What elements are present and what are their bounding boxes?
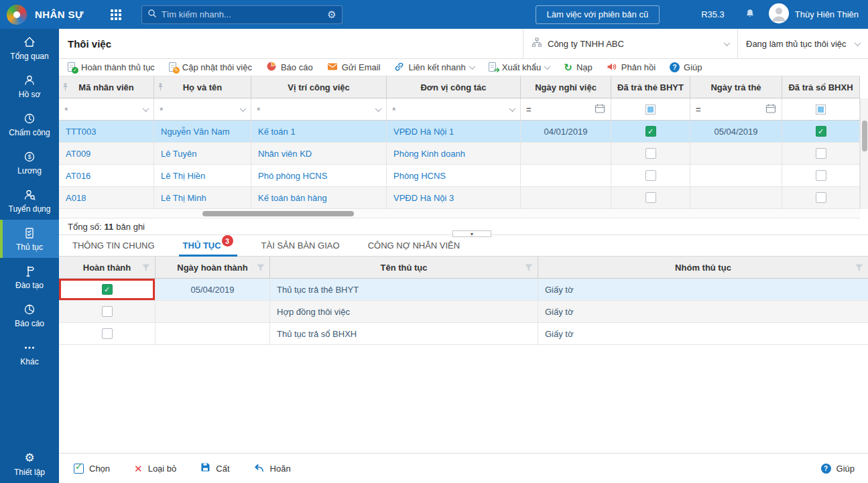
tab-tai-san-ban-giao[interactable]: TÀI SẢN BÀN GIAO: [257, 235, 344, 256]
company-selector[interactable]: Công ty TNHH ABC: [523, 29, 737, 58]
table-row[interactable]: AT009Lê TuyênNhân viên KDPhòng Kinh doan…: [59, 143, 860, 165]
row-checkbox[interactable]: [816, 170, 826, 181]
cell-card-return-date[interactable]: [690, 165, 782, 186]
sidebar-item-thu-tuc[interactable]: Thủ tục: [0, 220, 59, 258]
tab-cong-no-nhan-vien[interactable]: CÔNG NỢ NHÂN VIÊN: [364, 235, 464, 256]
cell-completion-date[interactable]: 05/04/2019: [156, 279, 270, 300]
pin-icon[interactable]: [157, 82, 164, 93]
cell-employee-name[interactable]: Lê Thị Minh: [154, 187, 251, 208]
row-checkbox[interactable]: [645, 192, 656, 203]
cell-bhxh-returned[interactable]: [782, 187, 860, 208]
column-header[interactable]: Đã trả thẻ BHYT: [611, 76, 690, 98]
sidebar-item-ho-so[interactable]: Hồ sơ: [0, 67, 59, 105]
calendar-icon[interactable]: [765, 103, 776, 115]
save-button[interactable]: Cất: [200, 462, 229, 474]
filter-cell[interactable]: *: [59, 98, 154, 120]
sidebar-item-bao-cao[interactable]: Báo cáo: [0, 296, 59, 334]
column-header[interactable]: Tên thủ tục: [270, 257, 538, 278]
tri-state-checkbox[interactable]: [816, 105, 826, 115]
cell-job-position[interactable]: Kế toán 1: [251, 121, 387, 142]
cell-procedure-group[interactable]: Giấy tờ: [538, 323, 868, 344]
table-row[interactable]: Thủ tục trả sổ BHXHGiấy tờ: [59, 323, 868, 345]
table-row[interactable]: TTT003Nguyễn Văn NamKế toán 1VPĐD Hà Nội…: [59, 121, 860, 143]
table-row[interactable]: A018Lê Thị MinhKế toán bán hàngVPĐD Hà N…: [59, 187, 860, 209]
quick-links-button[interactable]: Liên kết nhanh: [394, 62, 474, 74]
column-header[interactable]: Hoàn thành: [59, 257, 156, 278]
cell-job-position[interactable]: Kế toán bán hàng: [251, 187, 387, 208]
cell-procedure-done[interactable]: [59, 323, 156, 344]
filter-cell-checkbox[interactable]: [611, 98, 690, 120]
procedure-done-checkbox[interactable]: ✓: [102, 284, 113, 295]
cell-procedure-name[interactable]: Thủ tục trả sổ BHXH: [270, 323, 538, 344]
sidebar-item-tuyen-dung[interactable]: Tuyển dụng: [0, 182, 59, 220]
cell-leave-date[interactable]: [521, 165, 611, 186]
complete-procedure-button[interactable]: ✓ Hoàn thành thủ tục: [68, 62, 155, 73]
pin-icon[interactable]: [62, 82, 69, 93]
collapse-panel-handle[interactable]: ▼: [452, 230, 491, 237]
quick-search[interactable]: ⚙: [141, 5, 343, 24]
cell-work-unit[interactable]: Phòng HCNS: [387, 165, 521, 186]
horizontal-scrollbar[interactable]: [59, 209, 860, 218]
filter-cell[interactable]: *: [154, 98, 251, 120]
calendar-icon[interactable]: [595, 103, 605, 115]
cell-job-position[interactable]: Phó phòng HCNS: [251, 165, 387, 186]
cell-procedure-name[interactable]: Hợp đồng thôi việc: [270, 301, 538, 322]
cell-procedure-group[interactable]: Giấy tờ: [538, 279, 868, 300]
cell-employee-name[interactable]: Lê Tuyên: [154, 143, 251, 164]
cell-employee-code[interactable]: A018: [59, 187, 154, 208]
cell-employee-name[interactable]: Lê Thị Hiền: [154, 165, 251, 186]
cell-work-unit[interactable]: VPĐD Hà Nội 1: [387, 121, 521, 142]
user-avatar[interactable]: [769, 3, 789, 25]
cell-bhxh-returned[interactable]: [782, 165, 860, 186]
cell-procedure-done[interactable]: ✓: [59, 279, 156, 300]
send-email-button[interactable]: Gửi Email: [327, 62, 381, 73]
mode-selector[interactable]: Đang làm thủ tục thôi việc: [737, 29, 868, 58]
cell-employee-name[interactable]: Nguyễn Văn Nam: [154, 121, 251, 142]
tab-thu-tuc[interactable]: THỦ TỤC3: [179, 235, 237, 256]
search-settings-icon[interactable]: ⚙: [327, 9, 336, 21]
table-row[interactable]: Hợp đồng thôi việcGiấy tờ: [59, 301, 868, 323]
filter-cell-checkbox[interactable]: [782, 98, 860, 120]
report-button[interactable]: Báo cáo: [266, 61, 313, 74]
sidebar-item-luong[interactable]: $ Lương: [0, 143, 59, 182]
app-logo[interactable]: [7, 5, 27, 25]
column-header[interactable]: Ngày nghỉ việc: [521, 76, 611, 98]
remove-button[interactable]: ✕ Loại bỏ: [134, 464, 176, 474]
column-header[interactable]: Vị trí công việc: [251, 76, 387, 98]
cell-employee-code[interactable]: TTT003: [59, 121, 154, 142]
row-checkbox[interactable]: ✓: [645, 126, 656, 137]
sidebar-item-tong-quan[interactable]: Tổng quan: [0, 29, 59, 67]
help-button-footer[interactable]: ? Giúp: [821, 464, 855, 474]
cell-completion-date[interactable]: [156, 323, 270, 344]
column-header[interactable]: Nhóm thủ tục: [538, 257, 868, 278]
cell-bhyt-returned[interactable]: [611, 187, 690, 208]
procedure-done-checkbox[interactable]: [102, 306, 113, 317]
filter-cell[interactable]: *: [251, 98, 387, 120]
cell-bhxh-returned[interactable]: [782, 143, 860, 164]
help-button[interactable]: ? Giúp: [670, 62, 702, 72]
filter-funnel-icon[interactable]: [141, 263, 151, 274]
cell-employee-code[interactable]: AT009: [59, 143, 154, 164]
reload-button[interactable]: ↻ Nạp: [564, 62, 592, 72]
legacy-version-button[interactable]: Làm việc với phiên bản cũ: [536, 5, 660, 24]
app-grid-icon[interactable]: [111, 9, 121, 20]
column-header[interactable]: Ngày hoàn thành: [156, 257, 270, 278]
select-button[interactable]: Chọn: [74, 464, 110, 474]
column-header[interactable]: Đã trả sổ BHXH: [782, 76, 860, 98]
cell-job-position[interactable]: Nhân viên KD: [251, 143, 387, 164]
cell-card-return-date[interactable]: [690, 187, 782, 208]
cell-bhyt-returned[interactable]: [611, 143, 690, 164]
filter-cell-date[interactable]: =: [690, 98, 782, 120]
cell-procedure-name[interactable]: Thủ tục trả thẻ BHYT: [270, 279, 538, 300]
procedure-done-checkbox[interactable]: [102, 328, 113, 339]
cell-bhyt-returned[interactable]: ✓: [611, 121, 690, 142]
row-checkbox[interactable]: [816, 192, 826, 203]
column-header[interactable]: Mã nhân viên: [59, 76, 154, 98]
row-checkbox[interactable]: ✓: [816, 126, 826, 137]
table-row[interactable]: AT016Lê Thị HiềnPhó phòng HCNSPhòng HCNS: [59, 165, 860, 187]
export-button[interactable]: Xuất khẩu: [489, 62, 550, 73]
column-header[interactable]: Họ và tên: [154, 76, 251, 98]
update-resignation-button[interactable]: ✎ Cập nhật thôi việc: [169, 62, 252, 73]
cell-bhxh-returned[interactable]: ✓: [782, 121, 860, 142]
cell-completion-date[interactable]: [156, 301, 270, 322]
